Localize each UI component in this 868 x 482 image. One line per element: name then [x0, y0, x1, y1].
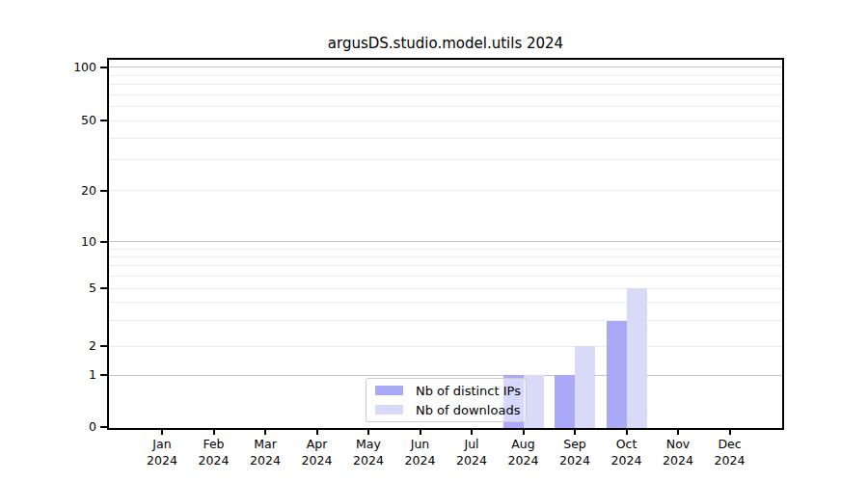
gridline-minor [109, 190, 782, 191]
gridline-major [109, 67, 782, 67]
gridline-minor [109, 288, 782, 289]
y-tick-label: 0 [39, 419, 96, 435]
y-tick-label: 1 [39, 367, 96, 383]
gridline-minor [109, 138, 782, 139]
gridline-minor [109, 120, 782, 121]
legend-item: Nb of downloads [375, 402, 518, 418]
legend-swatch [375, 386, 403, 395]
gridline-minor [109, 346, 782, 347]
bar-distinct-ips [555, 375, 575, 428]
y-tick-label: 10 [39, 234, 96, 250]
gridline-minor [109, 84, 782, 85]
x-axis-tick [161, 430, 163, 435]
x-axis-tick [420, 430, 421, 435]
bar-downloads [627, 288, 647, 428]
x-axis-tick [213, 430, 215, 435]
legend-item: Nb of distinct IPs [375, 383, 518, 399]
gridline-minor [109, 75, 782, 76]
legend-label: Nb of distinct IPs [416, 383, 521, 399]
x-axis-tick [677, 430, 679, 435]
bar-distinct-ips [607, 321, 627, 428]
y-tick-label: 2 [39, 338, 96, 354]
y-axis-tick [100, 345, 107, 347]
gridline-major [109, 241, 782, 242]
x-tick-month: Dec [699, 437, 761, 453]
legend-label: Nb of downloads [416, 402, 520, 418]
y-axis-tick [100, 426, 107, 428]
plot-area: Nb of distinct IPsNb of downloads [107, 58, 784, 430]
x-axis-tick [574, 430, 576, 435]
y-tick-label: 100 [39, 60, 96, 75]
gridline-minor [109, 159, 782, 160]
x-axis-tick [367, 430, 369, 435]
y-axis-tick [100, 287, 107, 289]
gridline-minor [109, 249, 782, 250]
x-axis-tick [471, 430, 473, 435]
gridline-minor [109, 302, 782, 303]
gridline-minor [109, 320, 782, 321]
y-tick-label: 20 [39, 183, 96, 199]
legend: Nb of distinct IPsNb of downloads [366, 378, 527, 422]
legend-swatch [375, 405, 403, 415]
gridline-major [109, 375, 782, 376]
gridline-minor [109, 106, 782, 107]
figure: argusDS.studio.model.utils 2024 Nb of di… [0, 0, 868, 482]
y-tick-label: 5 [39, 281, 96, 296]
x-tick-label: Dec2024 [699, 437, 761, 469]
x-axis-tick [626, 430, 628, 435]
y-axis-tick [100, 374, 107, 376]
x-axis-tick [264, 430, 266, 435]
gridline-minor [109, 265, 782, 266]
y-axis-tick [100, 241, 107, 243]
x-axis-tick [316, 430, 318, 435]
gridline-minor [109, 256, 782, 257]
y-axis-tick [100, 67, 107, 68]
y-axis-tick [100, 120, 107, 121]
x-axis-tick [523, 430, 525, 435]
y-axis-tick [100, 190, 107, 192]
bar-downloads [575, 346, 595, 428]
x-axis-tick [729, 430, 731, 435]
x-tick-year: 2024 [699, 453, 761, 469]
y-tick-label: 50 [39, 113, 96, 128]
chart-title: argusDS.studio.model.utils 2024 [107, 35, 784, 52]
gridline-minor [109, 94, 782, 95]
gridline-minor [109, 276, 782, 277]
